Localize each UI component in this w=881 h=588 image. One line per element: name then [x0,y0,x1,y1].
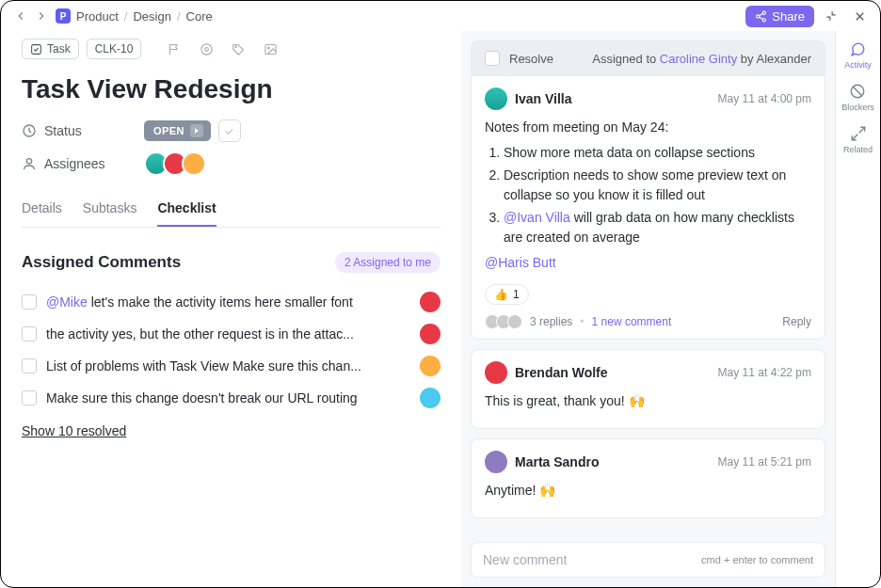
thread-footer: 3 replies • 1 new comment Reply [485,314,811,329]
app-window: { "breadcrumbs": { "icon": "P", "items":… [0,0,881,588]
mention-link[interactable]: @Ivan Villa [504,210,570,225]
resolve-checkbox[interactable] [485,51,500,66]
comment-body: Anytime! 🙌 [485,481,811,501]
chat-icon [849,40,866,57]
crumb-0[interactable]: Product [76,9,119,24]
comment-time: May 11 at 4:22 pm [718,366,811,379]
svg-point-7 [205,47,209,51]
comment-body: This is great, thank you! 🙌 [485,391,811,411]
comment-time: May 11 at 4:00 pm [718,92,811,105]
list-item[interactable]: @Mike let's make the activity items here… [22,286,440,318]
reply-button[interactable]: Reply [782,315,811,328]
list-item[interactable]: Make sure this change doesn't break our … [22,382,440,414]
right-wrap: Resolve Assigned to Caroline Ginty by Al… [461,31,880,587]
breadcrumb[interactable]: P Product/ Design/ Core [56,8,213,24]
status-icon [22,123,37,138]
checkbox[interactable] [22,358,37,373]
avatar[interactable] [485,361,507,384]
status-row: Status OPEN [22,119,440,142]
avatar[interactable] [182,151,206,176]
list-item-text: Make sure this change doesn't break our … [46,390,410,405]
new-comment-link[interactable]: 1 new comment [592,315,672,328]
tab-checklist[interactable]: Checklist [157,193,216,227]
tab-subtasks[interactable]: Subtasks [83,193,137,227]
avatar[interactable] [485,451,507,473]
composer-placeholder: New comment [483,552,567,567]
side-rail: Activity Blockers Related [835,31,880,587]
svg-point-0 [762,11,765,14]
list-item-text: @Mike let's make the activity items here… [46,294,410,310]
thread-card: Ivan Villa May 11 at 4:00 pm Notes from … [471,75,825,340]
avatar[interactable] [420,292,440,312]
svg-rect-5 [32,44,41,54]
tabs: Details Subtasks Checklist [22,193,440,228]
resolve-bar: Resolve Assigned to Caroline Ginty by Al… [471,40,825,75]
list-item[interactable]: List of problems with Task View Make sur… [22,350,440,382]
task-icon [30,43,42,56]
svg-line-15 [854,87,862,96]
image-button[interactable] [258,37,282,61]
left-panel: Task CLK-10 Task View Redesign Status OP… [1,31,461,587]
assigned-badge[interactable]: 2 Assigned to me [335,252,440,273]
rail-activity[interactable]: Activity [844,40,872,70]
meta-row: Task CLK-10 [22,37,440,61]
section-title: Assigned Comments [22,253,181,272]
comment-author[interactable]: Brendan Wolfe [515,365,608,380]
show-resolved-link[interactable]: Show 10 resolved [22,423,126,438]
status-label: Status [22,123,144,138]
assignees-stack[interactable] [144,151,206,176]
resolve-label: Resolve [509,52,553,66]
comment-composer[interactable]: New comment cmd + enter to comment [471,542,825,578]
assignee-link[interactable]: Caroline Ginty [660,52,737,66]
comment-author[interactable]: Ivan Villa [515,91,571,106]
comment-author[interactable]: Marta Sandro [515,454,599,469]
composer-hint: cmd + enter to comment [701,554,813,565]
task-type-pill[interactable]: Task [22,39,79,59]
flag-button[interactable] [162,37,186,61]
link-icon [850,125,867,142]
page-title[interactable]: Task View Redesign [22,74,440,104]
mention-link[interactable]: @Haris Butt [485,253,811,273]
close-button[interactable] [848,5,871,27]
tab-details[interactable]: Details [22,193,62,227]
space-icon: P [56,8,71,24]
collapse-button[interactable] [820,5,842,27]
tag-button[interactable] [226,37,250,61]
crumb-1[interactable]: Design [133,9,170,24]
svg-point-10 [267,47,269,49]
list-item[interactable]: the activity yes, but the other request … [22,318,440,350]
crumb-2[interactable]: Core [186,9,213,24]
nav-back-button[interactable] [10,6,31,26]
task-id-pill[interactable]: CLK-10 [87,39,142,59]
nav-forward-button[interactable] [31,6,52,26]
reaction-button[interactable]: 👍1 [485,284,529,305]
blocked-icon [849,83,866,100]
list-item-text: List of problems with Task View Make sur… [46,358,410,373]
comment-body: Notes from meeting on May 24: Show more … [485,118,811,273]
replies-count[interactable]: 3 replies [530,315,572,328]
svg-point-1 [757,14,760,17]
reply-avatars[interactable] [485,314,522,329]
rail-related[interactable]: Related [843,125,873,154]
status-chip[interactable]: OPEN [144,120,211,141]
comment-list: @Mike let's make the activity items here… [22,286,440,414]
estimate-button[interactable] [194,37,218,61]
topbar: P Product/ Design/ Core Share [1,1,880,31]
rail-blockers[interactable]: Blockers [841,83,874,112]
avatar[interactable] [420,388,440,408]
mark-complete-button[interactable] [218,119,241,142]
checkbox[interactable] [22,294,37,310]
person-icon [22,156,37,171]
comment-card: Marta Sandro May 11 at 5:21 pm Anytime! … [471,438,825,518]
body: Task CLK-10 Task View Redesign Status OP… [1,31,880,587]
status-next-icon[interactable] [190,124,203,137]
avatar[interactable] [420,324,440,344]
avatar[interactable] [420,356,440,376]
svg-point-6 [201,43,212,54]
svg-point-8 [235,46,236,47]
avatar[interactable] [485,87,507,110]
share-button[interactable]: Share [745,6,814,27]
checkbox[interactable] [22,390,37,405]
checkbox[interactable] [22,326,37,342]
svg-point-13 [26,159,31,164]
